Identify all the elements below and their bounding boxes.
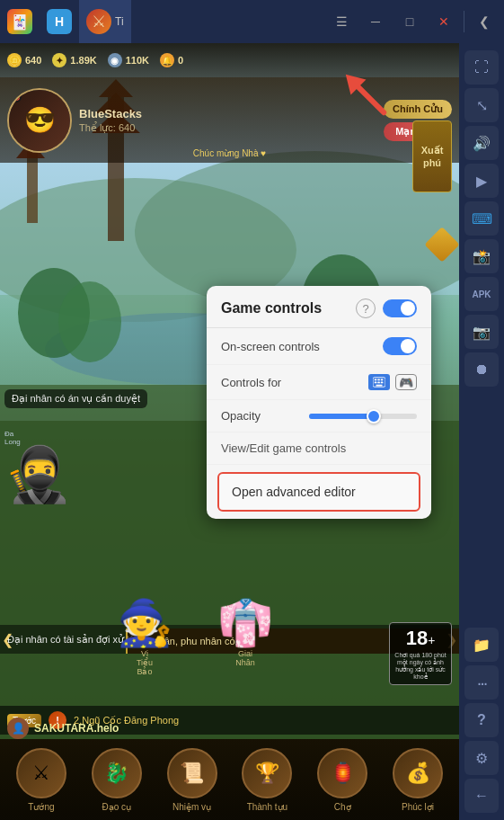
bell-value: 0 <box>178 55 183 66</box>
blessing-text: Chúc mừng Nhà ♥ <box>0 148 459 158</box>
age-plus: + <box>428 633 435 647</box>
svg-rect-19 <box>375 379 377 381</box>
gem-icon: ◉ <box>108 53 122 67</box>
bottom-action-bar: ⚔ Tướng 🐉 Đạo cụ 📜 Nhiệm vụ 🏆 Thành tựu … <box>0 739 459 820</box>
open-advanced-editor-button[interactable]: Open advanced editor <box>217 472 420 512</box>
player-card: 😎 BlueStacks Thể lực: 640 Chính Cửu Mạnh… <box>0 77 459 163</box>
record-button[interactable]: ⏺ <box>464 352 499 387</box>
giai-nhan-label: Giai Nhân <box>235 649 255 667</box>
minimize-button[interactable]: ─ <box>359 5 392 38</box>
play-button[interactable]: ▶ <box>464 164 499 198</box>
svg-rect-21 <box>381 379 384 381</box>
taskbar-app-stack[interactable]: 🃏 <box>0 0 40 43</box>
city-button[interactable]: Chính Cửu <box>384 100 452 119</box>
player-avatar[interactable]: 😎 <box>7 88 72 153</box>
fullscreen-button[interactable]: ⛶ <box>464 50 499 85</box>
panel-title: Game controls <box>221 300 356 316</box>
gold-value: 640 <box>25 55 41 66</box>
expand-button[interactable]: ⤡ <box>464 88 499 122</box>
menu-button[interactable]: ☰ <box>325 5 358 38</box>
thanh-tuu-label: Thành tựu <box>247 802 287 812</box>
cho-icon: 🏮 <box>317 748 367 798</box>
sidebar-toggle-button[interactable]: ❮ <box>468 5 500 38</box>
spirit-value: 1.89K <box>70 55 96 66</box>
camera-shortcut-button[interactable]: 📸 <box>464 239 499 273</box>
character-da-long: ĐaLong 🥷 <box>4 430 72 502</box>
cho-label: Chợ <box>334 802 351 812</box>
thanh-tuu-button[interactable]: 🏆 Thành tựu <box>242 748 292 812</box>
keyboard-ctrl-icon[interactable] <box>368 374 390 390</box>
da-long-figure: 🥷 <box>4 448 72 502</box>
giai-nhan-figure: 👘 <box>217 597 273 649</box>
controls-for-row: Controls for 🎮 <box>207 365 431 400</box>
game-icon: ⚔ <box>86 9 111 34</box>
on-screen-toggle-knob <box>401 339 415 353</box>
chat-username: SAKUTARA.helo <box>34 722 119 735</box>
files-button[interactable]: 📁 <box>464 628 499 662</box>
age-rating-badge: 18+ Chơi quá 180 phút một ngày có ảnh hư… <box>389 622 452 685</box>
age-number: 18 <box>406 627 428 649</box>
opacity-slider-fill <box>309 414 374 419</box>
panel-master-toggle[interactable] <box>383 299 417 317</box>
cho-button[interactable]: 🏮 Chợ <box>317 748 367 812</box>
characters-row: 🧙 Vi Tiểu Bảo 👘 Giai Nhân <box>117 597 273 676</box>
gold-icon: 🪙 <box>7 53 22 67</box>
tuong-button[interactable]: ⚔ Tướng <box>16 748 66 812</box>
view-edit-section[interactable]: View/Edit game controls <box>207 432 431 465</box>
nhiem-vu-icon: 📜 <box>167 748 217 798</box>
panel-help-button[interactable]: ? <box>356 299 376 318</box>
tuong-label: Tướng <box>28 802 54 812</box>
settings-button[interactable]: ⚙ <box>464 741 499 775</box>
opacity-slider[interactable] <box>309 414 417 419</box>
volume-button[interactable]: 🔊 <box>464 126 499 160</box>
game-app-label: Ti <box>115 15 124 28</box>
keyboard-button[interactable]: ⌨ <box>464 201 499 236</box>
character-vi-tieu-bao: 🧙 Vi Tiểu Bảo <box>117 597 172 676</box>
home-icon: H <box>47 9 72 34</box>
back-button[interactable]: ← <box>464 779 499 813</box>
hud-top-bar: 🪙 640 ✦ 1.89K ◉ 110K 🔔 0 <box>0 43 459 77</box>
opacity-slider-thumb[interactable] <box>367 409 381 423</box>
hud-spirit-stat: ✦ 1.89K <box>52 53 96 67</box>
taskbar-app-home[interactable]: H <box>40 0 79 43</box>
bell-icon: 🔔 <box>160 53 174 67</box>
svg-point-14 <box>58 281 121 362</box>
player-stat: Thể lực: 640 <box>79 122 376 134</box>
taskbar-separator <box>464 11 464 32</box>
maximize-button[interactable]: □ <box>393 5 426 38</box>
hud-gem-stat: ◉ 110K <box>108 53 149 67</box>
svg-rect-24 <box>381 382 384 384</box>
apk-install-button[interactable]: APK <box>464 277 499 311</box>
chat-text-1: Đại nhân có án vụ cần duyệt <box>12 393 140 404</box>
more-button[interactable]: ··· <box>464 665 499 700</box>
taskbar-app-game[interactable]: ⚔ Ti <box>79 0 131 43</box>
chat-arrow-left[interactable]: ❮ <box>2 631 13 648</box>
chat-text-2: Đại nhân có tài sản đợi xử lý <box>7 634 134 646</box>
controls-for-label: Controls for <box>221 376 368 389</box>
svg-rect-22 <box>375 382 377 384</box>
game-controls-panel: Game controls ? On-screen controls Contr… <box>207 286 431 519</box>
svg-rect-20 <box>377 379 380 381</box>
chat-user-avatar: 👤 <box>7 718 29 739</box>
thanh-tuu-icon: 🏆 <box>242 748 292 798</box>
vi-tieu-bao-figure: 🧙 <box>117 597 172 649</box>
nhiem-vu-button[interactable]: 📜 Nhiệm vụ <box>167 748 217 812</box>
gamepad-ctrl-icon[interactable]: 🎮 <box>395 374 417 390</box>
phuc-loi-icon: 💰 <box>393 748 443 798</box>
dao-cu-button[interactable]: 🐉 Đạo cụ <box>92 748 142 812</box>
taskbar: 🃏 H ⚔ Ti ☰ ─ □ ✕ ❮ <box>0 0 504 43</box>
screenshot-button[interactable]: 📷 <box>464 315 499 349</box>
opacity-row: Opacity <box>207 400 431 432</box>
help-button[interactable]: ? <box>464 703 499 737</box>
panel-master-toggle-knob <box>401 301 415 316</box>
close-button[interactable]: ✕ <box>428 5 460 38</box>
svg-point-13 <box>18 268 90 358</box>
controls-for-icons: 🎮 <box>368 374 417 390</box>
vi-tieu-bao-label: Vi Tiểu Bảo <box>137 649 153 676</box>
dao-cu-icon: 🐉 <box>92 748 142 798</box>
dao-cu-label: Đạo cụ <box>102 802 131 812</box>
phuc-loi-button[interactable]: 💰 Phúc lợi <box>393 748 443 812</box>
on-screen-toggle[interactable] <box>383 337 417 355</box>
panel-header: Game controls ? <box>207 286 431 328</box>
player-name: BlueStacks <box>79 107 376 120</box>
